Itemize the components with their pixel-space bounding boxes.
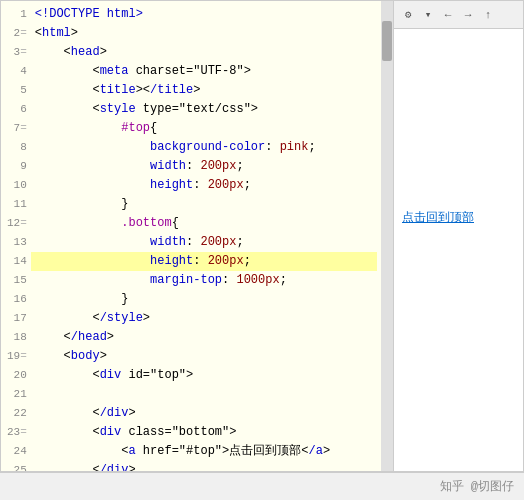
main-container: 12=3=4567=89101112=13141516171819=202122… (0, 0, 524, 472)
line-number: 16 (7, 290, 27, 309)
browser-content: 点击回到顶部 (394, 29, 523, 471)
code-line: width: 200px; (31, 157, 377, 176)
code-line: <style type="text/css"> (31, 100, 377, 119)
scrollbar-thumb[interactable] (382, 21, 392, 61)
code-line: <a href="#top">点击回到顶部</a> (31, 442, 377, 461)
line-number: 14 (7, 252, 27, 271)
code-line: } (31, 290, 377, 309)
code-scrollbar[interactable] (381, 1, 393, 471)
line-number: 19= (7, 347, 27, 366)
line-number: 20 (7, 366, 27, 385)
code-line: </head> (31, 328, 377, 347)
line-number: 24 (7, 442, 27, 461)
line-number: 7= (7, 119, 27, 138)
watermark: 知乎 @切图仔 (0, 472, 524, 500)
back-icon[interactable]: ← (440, 7, 456, 23)
line-number: 17 (7, 309, 27, 328)
line-number: 18 (7, 328, 27, 347)
line-number: 3= (7, 43, 27, 62)
code-line: <body> (31, 347, 377, 366)
line-number: 13 (7, 233, 27, 252)
line-number: 25 (7, 461, 27, 471)
line-number: 4 (7, 62, 27, 81)
forward-icon[interactable]: → (460, 7, 476, 23)
gear-icon[interactable]: ⚙ (400, 7, 416, 23)
code-line: <html> (31, 24, 377, 43)
browser-link[interactable]: 点击回到顶部 (402, 209, 474, 226)
code-line: .bottom{ (31, 214, 377, 233)
code-editor-panel: 12=3=4567=89101112=13141516171819=202122… (0, 0, 394, 472)
code-content[interactable]: <!DOCTYPE html><html> <head> <meta chars… (31, 1, 381, 471)
browser-toolbar: ⚙ ▾ ← → ↑ (394, 1, 523, 29)
line-number: 23= (7, 423, 27, 442)
code-line: <div class="bottom"> (31, 423, 377, 442)
line-number: 5 (7, 81, 27, 100)
code-line: height: 200px; (31, 252, 377, 271)
line-number: 1 (7, 5, 27, 24)
line-number: 21 (7, 385, 27, 404)
watermark-text: 知乎 @切图仔 (440, 478, 514, 495)
line-number: 10 (7, 176, 27, 195)
code-line: margin-top: 1000px; (31, 271, 377, 290)
line-number: 12= (7, 214, 27, 233)
code-line: width: 200px; (31, 233, 377, 252)
code-line: <!DOCTYPE html> (31, 5, 377, 24)
line-number: 6 (7, 100, 27, 119)
code-line: <title></title> (31, 81, 377, 100)
code-line: </style> (31, 309, 377, 328)
code-line (31, 385, 377, 404)
code-line: #top{ (31, 119, 377, 138)
code-line: <head> (31, 43, 377, 62)
line-number: 8 (7, 138, 27, 157)
code-line: background-color: pink; (31, 138, 377, 157)
code-line: height: 200px; (31, 176, 377, 195)
code-line: <meta charset="UTF-8"> (31, 62, 377, 81)
code-line: <div id="top"> (31, 366, 377, 385)
code-area: 12=3=4567=89101112=13141516171819=202122… (1, 1, 393, 471)
line-numbers: 12=3=4567=89101112=13141516171819=202122… (1, 1, 31, 471)
line-number: 22 (7, 404, 27, 423)
line-number: 11 (7, 195, 27, 214)
code-line: </div> (31, 461, 377, 471)
line-number: 15 (7, 271, 27, 290)
line-number: 2= (7, 24, 27, 43)
code-line: </div> (31, 404, 377, 423)
dropdown-icon[interactable]: ▾ (420, 7, 436, 23)
up-icon[interactable]: ↑ (480, 7, 496, 23)
browser-preview-panel: ⚙ ▾ ← → ↑ 点击回到顶部 (394, 0, 524, 472)
line-number: 9 (7, 157, 27, 176)
code-line: } (31, 195, 377, 214)
